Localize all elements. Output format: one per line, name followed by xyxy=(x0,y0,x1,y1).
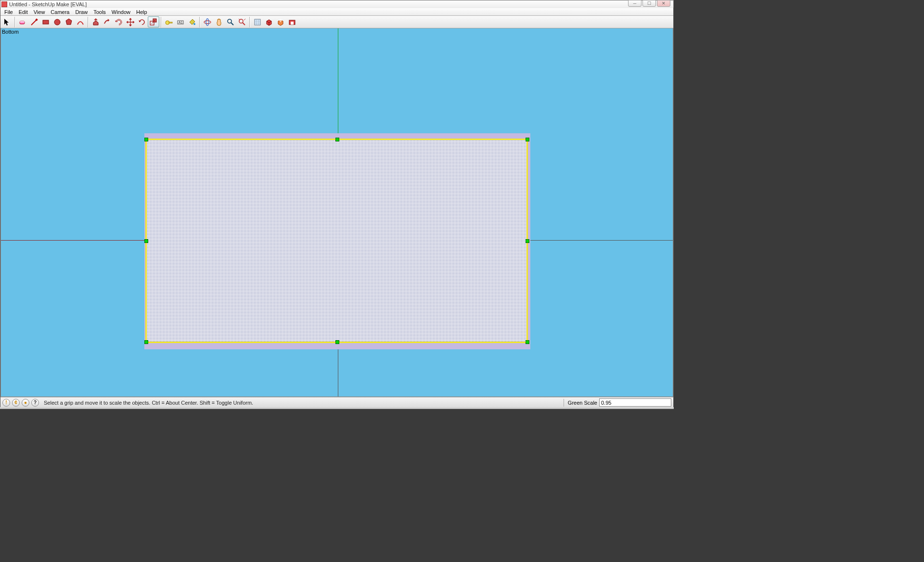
svg-point-17 xyxy=(204,21,211,24)
zoom-extents-tool[interactable] xyxy=(236,16,248,27)
selected-face[interactable] xyxy=(145,139,528,343)
rectangle-tool[interactable] xyxy=(40,16,51,27)
svg-point-18 xyxy=(206,19,209,26)
status-hint: Select a grip and move it to scale the o… xyxy=(44,400,253,406)
geolocate-status-icon[interactable]: ! xyxy=(2,399,10,407)
minimize-button[interactable]: ─ xyxy=(628,0,642,7)
pushpull-tool[interactable] xyxy=(90,16,102,27)
share-model-tool[interactable] xyxy=(275,16,286,27)
tape-measure-tool[interactable] xyxy=(163,16,175,27)
status-bar: ! ¢ ● ? Select a grip and move it to sca… xyxy=(0,397,673,408)
move-tool[interactable] xyxy=(125,16,136,27)
followme-tool[interactable] xyxy=(102,16,113,27)
view-label: Bottom xyxy=(2,29,19,35)
paint-bucket-tool[interactable] xyxy=(186,16,198,27)
menu-view[interactable]: View xyxy=(31,9,48,15)
menu-bar: File Edit View Camera Draw Tools Window … xyxy=(0,8,673,16)
svg-rect-23 xyxy=(291,22,294,25)
scale-grip-tm[interactable] xyxy=(335,138,339,141)
model-viewport[interactable]: Bottom xyxy=(0,28,673,397)
svg-rect-3 xyxy=(43,20,49,24)
scale-grip-tl[interactable] xyxy=(144,138,148,141)
circle-tool[interactable] xyxy=(51,16,63,27)
select-tool[interactable] xyxy=(1,16,13,27)
scale-grip-bm[interactable] xyxy=(335,340,339,344)
add-location-tool[interactable] xyxy=(252,16,263,27)
get-models-tool[interactable] xyxy=(263,16,275,27)
dimension-tool[interactable]: A1 xyxy=(175,16,186,27)
scale-grip-tr[interactable] xyxy=(526,138,529,141)
window-controls: ─ ☐ ✕ xyxy=(628,0,670,7)
menu-draw[interactable]: Draw xyxy=(72,9,90,15)
scale-grip-br[interactable] xyxy=(526,340,529,344)
menu-file[interactable]: File xyxy=(1,9,16,15)
signin-status-icon[interactable]: ● xyxy=(22,399,29,407)
window-title: Untitled - SketchUp Make [EVAL] xyxy=(9,1,87,7)
svg-point-19 xyxy=(228,19,231,23)
scale-grip-ml[interactable] xyxy=(144,239,148,243)
line-tool[interactable] xyxy=(28,16,40,27)
eraser-tool[interactable] xyxy=(17,16,28,27)
desktop: Untitled - SketchUp Make [EVAL] ─ ☐ ✕ Fi… xyxy=(0,0,674,409)
scale-grip-mr[interactable] xyxy=(526,239,529,243)
zoom-tool[interactable] xyxy=(225,16,236,27)
svg-rect-1 xyxy=(20,21,25,23)
app-window: Untitled - SketchUp Make [EVAL] ─ ☐ ✕ Fi… xyxy=(0,0,674,408)
svg-text:A1: A1 xyxy=(179,21,183,24)
svg-rect-21 xyxy=(255,19,260,25)
scale-grip-bl[interactable] xyxy=(144,340,148,344)
main-toolbar: A1 xyxy=(0,16,673,28)
pan-tool[interactable] xyxy=(213,16,225,27)
offset-tool[interactable] xyxy=(113,16,125,27)
menu-window[interactable]: Window xyxy=(109,9,133,15)
arc-tool[interactable] xyxy=(75,16,86,27)
orbit-tool[interactable] xyxy=(202,16,213,27)
menu-help[interactable]: Help xyxy=(133,9,150,15)
svg-marker-5 xyxy=(66,19,72,25)
polygon-tool[interactable] xyxy=(63,16,75,27)
help-status-icon[interactable]: ? xyxy=(31,399,39,407)
menu-tools[interactable]: Tools xyxy=(90,9,109,15)
title-bar[interactable]: Untitled - SketchUp Make [EVAL] xyxy=(0,0,673,8)
svg-point-16 xyxy=(193,23,195,25)
svg-marker-6 xyxy=(108,19,109,22)
vcb-input[interactable] xyxy=(599,398,671,407)
os-taskbar[interactable] xyxy=(0,407,674,409)
maximize-button[interactable]: ☐ xyxy=(642,0,656,7)
svg-point-4 xyxy=(54,19,60,25)
rotate-tool[interactable] xyxy=(136,16,148,27)
menu-edit[interactable]: Edit xyxy=(16,9,31,15)
svg-rect-13 xyxy=(169,22,172,23)
menu-camera[interactable]: Camera xyxy=(48,9,72,15)
close-button[interactable]: ✕ xyxy=(657,0,670,7)
svg-marker-7 xyxy=(115,21,117,22)
credits-status-icon[interactable]: ¢ xyxy=(12,399,20,407)
scale-tool[interactable] xyxy=(148,16,159,27)
extension-warehouse-tool[interactable] xyxy=(286,16,298,27)
app-icon xyxy=(1,1,7,7)
vcb-label: Green Scale xyxy=(566,400,599,406)
